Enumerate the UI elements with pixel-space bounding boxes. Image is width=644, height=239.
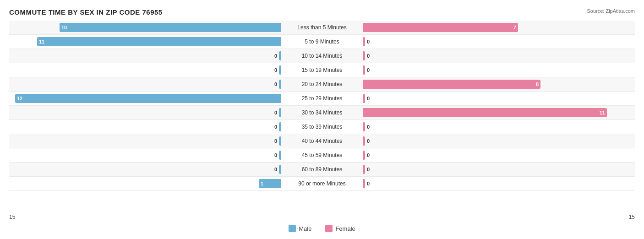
axis-right-label: 15 — [629, 214, 635, 220]
right-half: 0 — [363, 92, 635, 105]
left-half: 0 — [9, 106, 281, 120]
female-zero: 0 — [367, 53, 370, 59]
legend: Male Female — [9, 225, 635, 232]
table-row: 0 45 to 59 Minutes 0 — [9, 148, 635, 163]
right-half: 0 — [363, 177, 635, 190]
chart-title: COMMUTE TIME BY SEX IN ZIP CODE 76955 — [9, 8, 635, 16]
row-label: 25 to 29 Minutes — [281, 95, 363, 102]
male-value: 10 — [61, 25, 67, 30]
right-half: 0 — [363, 134, 635, 148]
row-label: Less than 5 Minutes — [281, 24, 363, 31]
left-half: 0 — [9, 148, 281, 162]
table-row: 0 35 to 39 Minutes 0 — [9, 120, 635, 134]
row-inner: 12 25 to 29 Minutes 0 — [9, 92, 635, 105]
row-label: 35 to 39 Minutes — [281, 124, 363, 130]
table-row: 10 Less than 5 Minutes 7 — [9, 21, 635, 35]
table-row: 11 5 to 9 Minutes 0 — [9, 35, 635, 49]
right-half: 0 — [363, 35, 635, 49]
male-zero: 0 — [274, 81, 277, 87]
male-zero: 0 — [274, 67, 277, 73]
row-inner: 0 60 to 89 Minutes 0 — [9, 163, 635, 176]
male-zero: 0 — [274, 167, 277, 172]
female-zero: 0 — [367, 96, 370, 101]
female-zero: 0 — [367, 39, 370, 44]
legend-male-label: Male — [299, 225, 311, 232]
table-row: 0 15 to 19 Minutes 0 — [9, 63, 635, 77]
male-zero: 0 — [274, 110, 277, 115]
female-bar: 7 — [363, 23, 518, 32]
row-label: 5 to 9 Minutes — [281, 38, 363, 45]
row-inner: 0 15 to 19 Minutes 0 — [9, 63, 635, 77]
female-zero: 0 — [367, 181, 370, 186]
left-half: 0 — [9, 120, 281, 134]
table-row: 0 10 to 14 Minutes 0 — [9, 49, 635, 63]
table-row: 0 40 to 44 Minutes 0 — [9, 134, 635, 148]
male-zero: 0 — [274, 53, 277, 59]
female-zero: 0 — [367, 138, 370, 144]
table-row: 12 25 to 29 Minutes 0 — [9, 92, 635, 106]
row-inner: 0 20 to 24 Minutes 8 — [9, 77, 635, 91]
row-inner: 1 90 or more Minutes 0 — [9, 177, 635, 190]
female-bar-zero — [363, 37, 365, 46]
right-half: 0 — [363, 120, 635, 134]
chart-area: 10 Less than 5 Minutes 7 — [9, 21, 635, 213]
female-zero: 0 — [367, 167, 370, 172]
female-bar-zero — [363, 165, 365, 174]
male-bar: 10 — [60, 23, 281, 32]
female-bar-zero — [363, 51, 365, 60]
left-half: 0 — [9, 63, 281, 77]
female-bar-zero — [363, 122, 365, 131]
right-half: 7 — [363, 21, 635, 34]
row-label: 40 to 44 Minutes — [281, 138, 363, 144]
source-label: Source: ZipAtlas.com — [587, 8, 635, 14]
row-inner: 11 5 to 9 Minutes 0 — [9, 35, 635, 49]
left-half: 11 — [9, 35, 281, 49]
row-label: 30 to 34 Minutes — [281, 109, 363, 116]
left-half: 1 — [9, 177, 281, 190]
right-half: 8 — [363, 77, 635, 91]
female-zero: 0 — [367, 67, 370, 73]
female-bar-zero — [363, 65, 365, 75]
axis-left-label: 15 — [9, 214, 15, 220]
female-bar-zero — [363, 136, 365, 146]
row-label: 90 or more Minutes — [281, 180, 363, 187]
legend-female-color — [325, 225, 333, 232]
female-bar: 8 — [363, 80, 540, 89]
table-row: 0 30 to 34 Minutes 11 — [9, 106, 635, 120]
male-zero: 0 — [274, 124, 277, 130]
row-label: 15 to 19 Minutes — [281, 67, 363, 73]
left-half: 0 — [9, 163, 281, 176]
legend-female: Female — [325, 225, 355, 232]
row-label: 60 to 89 Minutes — [281, 166, 363, 173]
male-zero: 0 — [274, 138, 277, 144]
row-inner: 0 10 to 14 Minutes 0 — [9, 49, 635, 63]
male-value: 12 — [17, 96, 22, 101]
left-half: 10 — [9, 21, 281, 34]
right-half: 0 — [363, 49, 635, 63]
female-zero: 0 — [367, 152, 370, 158]
row-inner: 0 35 to 39 Minutes 0 — [9, 120, 635, 134]
male-bar: 11 — [37, 37, 281, 46]
row-label: 20 to 24 Minutes — [281, 81, 363, 87]
row-inner: 10 Less than 5 Minutes 7 — [9, 21, 635, 34]
male-value: 1 — [261, 181, 263, 186]
row-inner: 0 40 to 44 Minutes 0 — [9, 134, 635, 148]
male-bar: 12 — [15, 94, 281, 103]
table-row: 0 20 to 24 Minutes 8 — [9, 77, 635, 92]
table-row: 0 60 to 89 Minutes 0 — [9, 163, 635, 177]
female-bar-zero — [363, 179, 365, 188]
right-half: 11 — [363, 106, 635, 120]
left-half: 12 — [9, 92, 281, 105]
male-zero: 0 — [274, 152, 277, 158]
female-bar-zero — [363, 151, 365, 160]
left-half: 0 — [9, 77, 281, 91]
legend-female-label: Female — [335, 225, 355, 232]
female-bar: 11 — [363, 108, 607, 117]
right-half: 0 — [363, 63, 635, 77]
male-bar: 1 — [259, 179, 281, 188]
row-label: 45 to 59 Minutes — [281, 152, 363, 158]
left-half: 0 — [9, 134, 281, 148]
left-half: 0 — [9, 49, 281, 63]
female-zero: 0 — [367, 124, 370, 130]
female-value: 7 — [513, 25, 516, 30]
